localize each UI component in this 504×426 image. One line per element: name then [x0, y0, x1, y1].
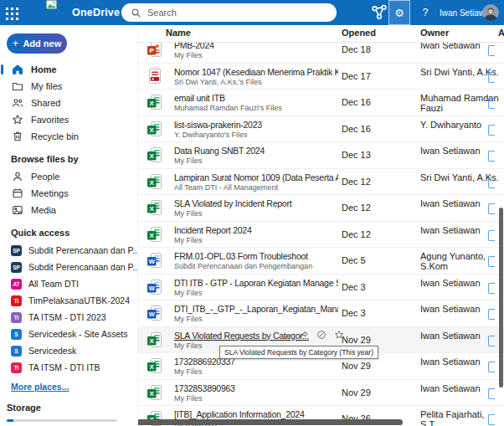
file-location: My Files: [174, 157, 338, 166]
opened-date: Nov 29: [342, 335, 371, 345]
file-row[interactable]: W DTI_ITB_-_GTP_-_Laporan_Kegiatan_Manag…: [138, 300, 504, 327]
connections-icon[interactable]: [370, 0, 388, 25]
name-cell: Incident Report 2024 My Files: [174, 225, 338, 245]
avatar[interactable]: [482, 4, 499, 21]
copy-link-icon[interactable]: [316, 330, 327, 341]
file-name[interactable]: FRM.01-OPL.03 Form Troubleshoot: [174, 251, 338, 261]
quick-access-item[interactable]: SP Subdit Perencanaan dan P...: [0, 242, 137, 259]
quick-access-item-label: Servicedesk: [28, 346, 76, 356]
file-location: Sri Dwi Yanti, A.Ks.'s Files: [174, 78, 338, 87]
file-row[interactable]: X SLA Violated by Incident Report My Fil…: [138, 195, 504, 222]
opened-date: Dec 12: [342, 229, 371, 239]
column-header-activity[interactable]: Activity: [498, 28, 504, 38]
sidebar-nav-item[interactable]: Recycle bin: [0, 128, 137, 145]
home-icon: [12, 64, 23, 75]
quick-access-list: SP Subdit Perencanaan dan P... SP Subdit…: [0, 242, 137, 376]
list-header: Name Opened Owner Activity: [138, 25, 504, 43]
opened-date: Dec 12: [342, 177, 371, 187]
column-header-opened[interactable]: Opened: [342, 28, 376, 38]
search-placeholder: Search: [147, 8, 177, 18]
quick-access-item-label: TA ITSM - DTI ITB: [28, 362, 100, 372]
more-places-link[interactable]: More places...: [0, 376, 137, 392]
file-location: All Team DTI - All Management: [174, 183, 338, 192]
svg-text:X: X: [150, 337, 155, 345]
file-location: Muhamad Ramdan Fauzi's Files: [174, 104, 338, 113]
sidebar-nav-item[interactable]: Shared: [0, 95, 137, 111]
file-name[interactable]: DTI ITB - GTP - Laporan Kegiatan Manage …: [174, 278, 338, 288]
share-icon[interactable]: [298, 330, 309, 341]
file-row[interactable]: X list-siswa-prakerin-2023 Y. Dwiharyant…: [138, 116, 504, 143]
file-row[interactable]: P PMB-2024 My Files Dec 18 Iwan Setiawan: [138, 42, 504, 64]
column-header-name[interactable]: Name: [166, 28, 191, 38]
nav-item-label: Shared: [31, 98, 60, 108]
search-input[interactable]: Search: [121, 3, 337, 22]
file-row[interactable]: W FRM.01-OPL.03 Form Troubleshoot Subdit…: [138, 248, 504, 275]
app-launcher-icon[interactable]: [5, 7, 18, 20]
quick-access-item[interactable]: SP Subdit Perencanaan dan P...: [0, 259, 137, 275]
activity-indicator-clipped: [488, 72, 495, 83]
sidebar-nav-item[interactable]: My files: [0, 78, 137, 95]
svg-text:X: X: [150, 100, 155, 107]
add-new-button[interactable]: + Add new: [7, 33, 67, 54]
vertical-scrollbar-thumb[interactable]: [499, 208, 503, 388]
word-file-icon: W: [147, 305, 163, 321]
file-name[interactable]: Data Ruang SNBT 2024: [174, 146, 338, 156]
file-row[interactable]: X SLA Violated Requests by Categor... My…: [138, 327, 504, 354]
quick-access-item[interactable]: Ti TA ITSM - DTI 2023: [0, 309, 137, 326]
file-row[interactable]: X Data Ruang SNBT 2024 My Files Dec 13 I…: [138, 142, 504, 169]
help-icon[interactable]: ?: [418, 0, 433, 25]
file-location: My Files: [174, 236, 338, 245]
file-row[interactable]: X Incident Report 2024 My Files Dec 12 I…: [138, 222, 504, 249]
opened-date: Dec 13: [342, 150, 371, 160]
activity-indicator-clipped: [488, 309, 495, 320]
file-name[interactable]: Lampiran Surat Nomor 1009 (Data Peserta …: [174, 172, 338, 182]
sidebar-browse-item[interactable]: People: [0, 168, 137, 185]
activity-indicator-clipped: [488, 230, 495, 241]
sidebar: + Add new Home My files Shared Favorites: [0, 25, 138, 426]
file-name[interactable]: email unit ITB: [174, 93, 338, 103]
site-tile-icon: S: [11, 329, 22, 340]
file-row[interactable]: W DTI ITB - GTP - Laporan Kegiatan Manag…: [138, 275, 504, 301]
onedrive-logo-icon: [46, 0, 57, 7]
quick-access-item[interactable]: S Servicedesk - Site Assets: [0, 326, 137, 342]
file-row[interactable]: X Lampiran Surat Nomor 1009 (Data Pesert…: [138, 169, 504, 196]
sidebar-browse-item[interactable]: Media: [0, 202, 137, 218]
site-tile-icon: Ti: [11, 295, 22, 306]
excel-file-icon: X: [147, 94, 163, 110]
file-row[interactable]: Nomor 1047 (Kesediaan Menerima Praktik K…: [138, 64, 504, 90]
file-row[interactable]: X email unit ITB Muhamad Ramdan Fauzi's …: [138, 90, 504, 116]
quick-access-label: Quick access: [0, 218, 137, 242]
quick-access-item-label: Subdit Perencanaan dan P...: [28, 245, 138, 255]
quick-access-item[interactable]: Ti TA ITSM - DTI ITB: [0, 359, 137, 376]
sidebar-browse-item[interactable]: Meetings: [0, 185, 137, 202]
file-name[interactable]: DTI_ITB_-_GTP_-_Laporan_Kegiatan_Manage_…: [174, 304, 338, 314]
file-name[interactable]: 1732853890963: [174, 383, 338, 393]
browse-item-label: Meetings: [31, 188, 69, 198]
file-row[interactable]: X 1732853890963 My Files Nov 29 Iwan Set…: [138, 380, 504, 407]
quick-access-item[interactable]: S Servicedesk: [0, 342, 137, 359]
storage-usage-text: 61.7 GB used of 1 TB (6%): [0, 422, 137, 426]
nav-item-label: Recycle bin: [31, 131, 79, 141]
file-name[interactable]: [ITB]_Application Information_2024: [174, 409, 338, 419]
file-name[interactable]: PMB-2024: [174, 42, 338, 50]
excel-file-icon: X: [147, 226, 163, 243]
file-name[interactable]: Incident Report 2024: [174, 225, 338, 235]
file-name[interactable]: SLA Violated by Incident Report: [174, 198, 338, 208]
site-tile-icon: SP: [11, 245, 22, 256]
word-file-icon: W: [147, 252, 163, 269]
quick-access-item[interactable]: AT All Team DTI: [0, 275, 137, 292]
svg-text:W: W: [149, 285, 156, 292]
sidebar-nav-item[interactable]: Home: [0, 61, 137, 78]
name-cell: DTI_ITB_-_GTP_-_Laporan_Kegiatan_Manage_…: [174, 304, 338, 324]
sidebar-nav-item[interactable]: Favorites: [0, 111, 137, 128]
quick-access-item[interactable]: Ti TimPelaksanaUTBK-2024: [0, 292, 137, 309]
file-name[interactable]: Nomor 1047 (Kesediaan Menerima Praktik K…: [174, 67, 338, 77]
horizontal-scrollbar-thumb[interactable]: [138, 419, 403, 425]
settings-icon[interactable]: ⚙: [388, 0, 410, 25]
opened-date: Dec 5: [342, 255, 366, 265]
column-header-owner[interactable]: Owner: [420, 28, 449, 38]
more-actions-icon[interactable]: …: [280, 330, 291, 341]
app-title: OneDrive: [72, 7, 120, 18]
people-icon: [12, 171, 23, 182]
file-name[interactable]: list-siswa-prakerin-2023: [174, 120, 338, 130]
